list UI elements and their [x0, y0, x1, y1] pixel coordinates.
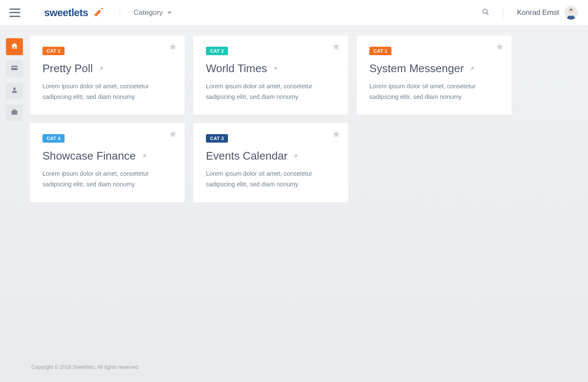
svg-rect-7 — [11, 110, 17, 115]
svg-rect-5 — [11, 67, 18, 68]
category-badge: CAT 2 — [206, 47, 228, 55]
external-link-icon[interactable] — [292, 152, 299, 160]
card-title-text: World Times — [206, 62, 267, 75]
external-link-icon[interactable] — [97, 65, 105, 73]
brand-logo[interactable]: sweetlets — [44, 7, 106, 19]
external-link-icon[interactable] — [271, 65, 279, 73]
svg-point-0 — [483, 9, 487, 14]
card-description: Lorem ipsum dolor sit amet, consetetur s… — [42, 169, 172, 189]
brand-name: sweetlets — [44, 7, 88, 19]
svg-line-1 — [487, 13, 488, 14]
star-icon[interactable] — [169, 42, 177, 53]
header: sweetlets Category Konrad Ernst — [0, 0, 588, 25]
footer: Copyright © 2016 Sweetlets. All rights r… — [30, 355, 577, 382]
house-icon — [11, 42, 18, 51]
card-title: World Times — [206, 62, 335, 75]
card-description: Lorem ipsum dolor sit amet, consetetur s… — [206, 81, 335, 102]
sidebar-item-2[interactable] — [6, 82, 23, 99]
person-icon — [11, 86, 18, 96]
external-link-icon[interactable] — [468, 65, 476, 73]
sidebar — [0, 25, 30, 382]
star-icon[interactable] — [332, 42, 340, 53]
star-icon[interactable] — [495, 42, 504, 53]
category-badge: CAT 4 — [42, 134, 65, 143]
avatar[interactable] — [564, 6, 578, 20]
card-title: Showcase Finance — [42, 149, 172, 163]
card-description: Lorem ipsum dolor sit amet, consetetur s… — [42, 81, 172, 102]
category-badge: CAT 1 — [42, 47, 65, 55]
card-description: Lorem ipsum dolor sit amet, consetetur s… — [369, 81, 499, 102]
main-content: CAT 1Pretty PollLorem ipsum dolor sit am… — [30, 25, 588, 382]
menu-toggle-button[interactable] — [9, 8, 20, 17]
card-title-text: System Messenger — [369, 62, 464, 75]
category-dropdown[interactable]: Category — [134, 8, 172, 17]
svg-point-6 — [13, 87, 16, 90]
card-3[interactable]: CAT 4Showcase FinanceLorem ipsum dolor s… — [30, 123, 185, 202]
card-4[interactable]: CAT 3Events CalendarLorem ipsum dolor si… — [193, 123, 348, 202]
card-description: Lorem ipsum dolor sit amet, consetetur s… — [206, 169, 335, 189]
star-icon[interactable] — [332, 130, 340, 140]
header-divider — [120, 7, 120, 19]
card-title-text: Events Calendar — [206, 149, 287, 163]
external-link-icon[interactable] — [140, 152, 148, 160]
card-2[interactable]: CAT 1System MessengerLorem ipsum dolor s… — [357, 36, 512, 115]
card-icon — [11, 64, 18, 73]
category-badge: CAT 3 — [206, 134, 228, 143]
copyright-text: Copyright © 2016 Sweetlets. All rights r… — [31, 364, 139, 370]
category-label: Category — [134, 8, 163, 17]
card-title: Pretty Poll — [42, 62, 172, 75]
brand-icon — [92, 7, 106, 18]
user-name[interactable]: Konrad Ernst — [517, 8, 559, 17]
card-0[interactable]: CAT 1Pretty PollLorem ipsum dolor sit am… — [30, 36, 185, 115]
card-title-text: Pretty Poll — [42, 62, 93, 75]
card-title: Events Calendar — [206, 149, 335, 163]
chevron-down-icon — [167, 11, 172, 14]
sidebar-item-1[interactable] — [6, 60, 23, 77]
card-1[interactable]: CAT 2World TimesLorem ipsum dolor sit am… — [193, 36, 348, 115]
sidebar-item-0[interactable] — [6, 38, 23, 55]
search-icon[interactable] — [482, 8, 490, 17]
briefcase-icon — [11, 108, 18, 118]
header-divider-2 — [503, 7, 504, 19]
cards-grid: CAT 1Pretty PollLorem ipsum dolor sit am… — [30, 36, 577, 202]
card-title: System Messenger — [369, 62, 499, 75]
category-badge: CAT 1 — [369, 47, 391, 55]
sidebar-item-3[interactable] — [6, 104, 23, 121]
card-title-text: Showcase Finance — [42, 149, 136, 163]
star-icon[interactable] — [169, 130, 177, 140]
